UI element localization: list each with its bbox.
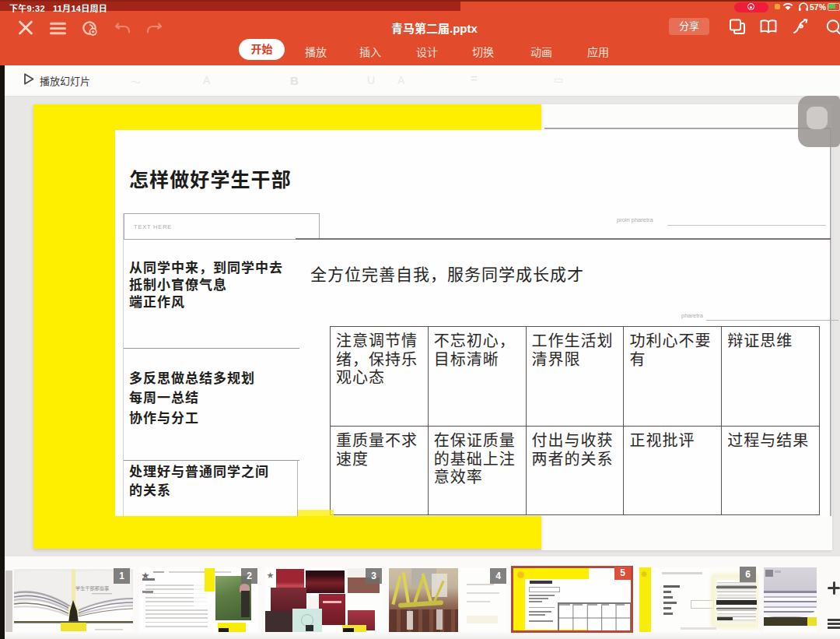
svg-text:学生干部那些事: 学生干部那些事: [75, 585, 109, 592]
